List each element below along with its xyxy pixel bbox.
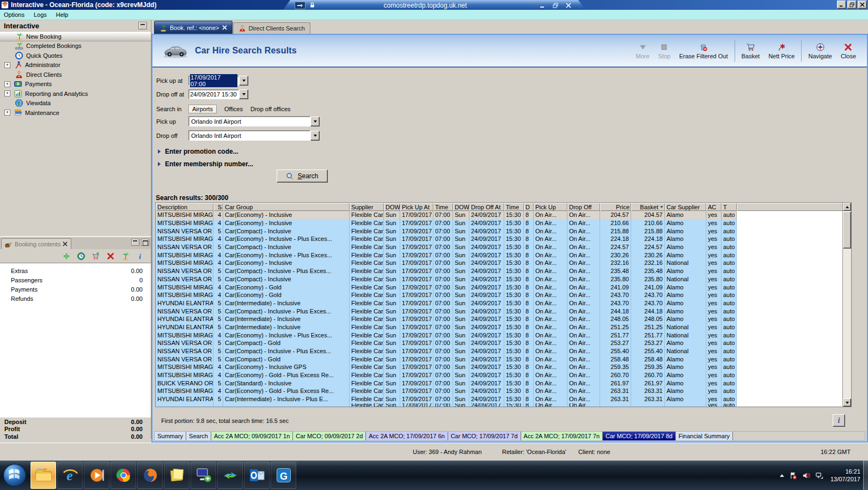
panel-minimize-button[interactable] [131,239,139,246]
result-row[interactable]: MITSUBISHI MIRAGE...4Car(Economy) - Gold… [156,291,843,299]
column-header-price[interactable]: Price [600,203,631,211]
rdp-minimize-button[interactable] [537,1,548,9]
menu-help[interactable]: Help [52,11,74,18]
column-header-description[interactable]: Description [156,203,213,211]
column-header-s[interactable]: S [213,203,223,211]
column-header-drop_off[interactable]: Drop Off [567,203,600,211]
basket-button[interactable]: Basket [737,41,765,61]
taskbar-icon-media-player[interactable] [84,462,109,489]
menu-options[interactable]: Options [0,11,30,18]
promotion-code-toggle[interactable]: Enter promotion code... [158,146,239,156]
column-header-basket[interactable]: Basket [631,203,665,211]
taskbar-icon-firefox[interactable] [137,462,163,489]
column-header-ac[interactable]: AC [706,203,722,211]
network-icon[interactable] [815,471,823,480]
tray-clock[interactable]: 16:21 13/07/2017 [830,468,860,483]
itinerary-tab-financial-summary[interactable]: Financial Summary [676,432,733,440]
itinerary-tab-car-mco-17-09-2017-7d[interactable]: Car MCO; 17/09/2017 7d [448,432,521,440]
sidebar-item-administrator[interactable]: +Administrator [0,61,151,70]
tab-direct-clients-search[interactable]: Direct Clients Search [233,22,310,34]
result-row[interactable]: NISSAN VERSA OR S...5Car(Compact) - Incl… [156,347,843,355]
sidebar-item-maintenance[interactable]: +Maintenance [0,108,151,118]
expand-plus-icon[interactable]: + [4,110,10,116]
column-header-filler[interactable] [737,203,843,211]
pickup-at-dropdown-button[interactable] [239,76,248,86]
cart-arrow-icon[interactable] [91,252,100,261]
dropoff-dropdown-button[interactable] [310,131,320,141]
itinerary-tab-search[interactable]: Search [186,432,211,440]
result-row[interactable]: BUICK VERANO OR S...5Car(Standard) - Inc… [156,379,843,387]
dropoff-at-input[interactable]: 24/09/2017 15:30 [188,89,239,99]
taskbar-icon-sync-app[interactable] [217,462,243,489]
column-header-time[interactable]: Time [433,203,453,211]
sidebar-item-payments[interactable]: +$Payments [0,80,151,89]
plus-icon[interactable] [62,252,71,261]
result-row[interactable]: MITSUBISHI MIRAGE...4Car(Economy) - Gold… [156,283,843,291]
column-header-drop_off_at[interactable]: Drop Off At [469,203,504,211]
result-row[interactable]: NISSAN VERSA OR S...5Car(Compact) - Gold… [156,355,843,363]
column-header-dow2[interactable]: DOW [453,203,469,211]
result-row-partial[interactable]: Flexible Car...Sun17/09/201707:00Sun24/0… [156,403,843,407]
result-row[interactable]: MITSUBISHI MIRAGE...4Car(Economy) - Incl… [156,235,843,243]
result-row[interactable]: HYUNDAI ELANTRA ...5Car(Intermediate) - … [156,299,843,307]
column-header-pick_up[interactable]: Pick Up [534,203,567,211]
restore-button[interactable] [847,1,857,9]
result-row[interactable]: NISSAN VERSA OR S...5Car(Compact) - Incl… [156,267,843,275]
menu-logs[interactable]: Logs [30,11,52,18]
pickup-dropdown-button[interactable] [310,117,320,126]
taskbar-icon-sticky-notes[interactable] [164,462,190,489]
navigate-button[interactable]: Navigate [804,41,836,61]
result-row[interactable]: MITSUBISHI MIRAGE...4Car(Economy) - Incl… [156,251,843,259]
sidebar-item-new-booking[interactable]: New Booking [0,32,151,41]
column-header-supplier[interactable]: Supplier [350,203,384,211]
column-header-car_group[interactable]: Car Group [223,203,350,211]
result-row[interactable]: MITSUBISHI MIRAGE...4Car(Economy) - Incl… [156,259,843,267]
sidebar-item-direct-clients[interactable]: Direct Clients [0,70,151,80]
taskbar-icon-remote-desktop[interactable] [191,462,216,489]
column-header-time2[interactable]: Time [504,203,524,211]
result-row[interactable]: NISSAN VERSA OR S...5Car(Compact) - Incl… [156,243,843,251]
result-row[interactable]: NISSAN VERSA OR S...5Car(Compact) - Incl… [156,307,843,315]
result-row[interactable]: HYUNDAI ELANTRA ...5Car(Intermediate) - … [156,315,843,323]
result-row[interactable]: NISSAN VERSA OR S...5Car(Compact) - Incl… [156,275,843,283]
itinerary-tab-acc-2a-mco-17-09-2017-6n[interactable]: Acc 2A MCO; 17/09/2017 6n [366,432,448,440]
close-button[interactable]: Close [836,41,860,61]
membership-number-toggle[interactable]: Enter membership number... [158,159,253,169]
globe-clock-icon[interactable] [77,252,85,261]
scroll-down-button[interactable] [843,398,851,407]
tab-book-ref-none[interactable]: Book. ref.: <none> [154,21,233,34]
start-button[interactable] [2,462,28,488]
result-row[interactable]: MITSUBISHI MIRAGE...4Car(Economy) - Gold… [156,387,843,395]
tab-close-icon[interactable] [63,241,68,246]
result-row[interactable]: HYUNDAI ELANTRA ...5Car(Intermediate) - … [156,395,843,403]
itinerary-tab-summary[interactable]: Summary [155,432,186,440]
search-in-offices[interactable]: Offices [224,106,243,112]
palm-tree-icon[interactable] [121,252,130,261]
column-header-d[interactable]: D [524,203,534,211]
column-header-dow[interactable]: DOW [384,203,400,211]
result-row[interactable]: MITSUBISHI MIRAGE...4Car(Economy) - Incl… [156,363,843,371]
panel-maximize-button[interactable] [141,239,149,246]
itinerary-tab-acc-2a-mco-17-09-2017-7n[interactable]: Acc 2A MCO; 17/09/2017 7n [521,432,603,440]
result-row[interactable]: MITSUBISHI MIRAGE...4Car(Economy) - Gold… [156,371,843,379]
result-row[interactable]: MITSUBISHI MIRAGE...4Car(Economy) - Incl… [156,211,843,219]
pickup-combobox[interactable]: Orlando Intl Airport [188,116,310,126]
collapse-panel-button[interactable] [138,22,147,29]
result-row[interactable]: MITSUBISHI MIRAGE...4Car(Economy) - Incl… [156,219,843,227]
pin-icon[interactable] [295,2,305,9]
column-header-car_supplier[interactable]: Car Supplier [665,203,706,211]
column-header-pick_up_at[interactable]: Pick Up At [400,203,433,211]
expand-plus-icon[interactable]: + [4,62,10,68]
dropoff-at-dropdown-button[interactable] [239,89,248,99]
rdp-close-button[interactable] [563,1,574,9]
expand-plus-icon[interactable]: + [4,81,10,87]
scrollbar-thumb[interactable] [843,211,851,249]
result-row[interactable]: HYUNDAI ELANTRA ...5Car(Intermediate) - … [156,323,843,331]
erase-filtered-out-button[interactable]: Erase Filtered Out [675,41,732,61]
info-button[interactable]: i [833,414,845,427]
tab-close-icon[interactable] [222,25,227,30]
sidebar-item-quick-quotes[interactable]: Quick Quotes [0,51,151,61]
booking-contents-tab[interactable]: Booking contents [1,238,71,249]
itinerary-tab-car-mco-17-09-2017-8d[interactable]: Car MCO; 17/09/2017 8d [603,432,676,440]
red-x-icon[interactable] [106,252,115,261]
